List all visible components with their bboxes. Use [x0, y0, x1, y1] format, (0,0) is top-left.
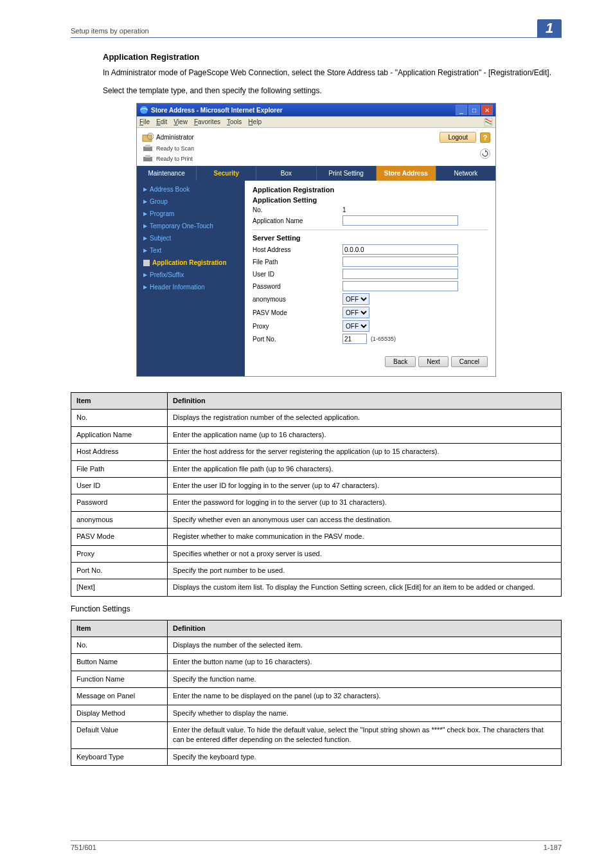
table-item-name: Display Method — [71, 705, 168, 721]
maximize-button[interactable]: □ — [468, 105, 480, 115]
intro-paragraph-1: In Administrator mode of PageScope Web C… — [103, 67, 562, 78]
form-static-value: 1 — [342, 206, 346, 213]
table-row: Default ValueEnter the default value. To… — [71, 722, 562, 749]
input-file-path[interactable] — [342, 257, 458, 267]
sidebar-item-application-registration[interactable]: Application Registration — [137, 257, 245, 269]
table-row: Port No.Specify the port number to be us… — [71, 562, 562, 579]
arrow-icon: ▶ — [143, 235, 147, 241]
refresh-icon[interactable] — [480, 149, 490, 159]
table-item-name: No. — [71, 637, 168, 654]
tab-print-setting[interactable]: Print Setting — [317, 166, 377, 181]
menu-edit[interactable]: Edit — [156, 118, 167, 125]
table-item-name: Message on Panel — [71, 688, 168, 705]
table-item-definition: Enter the application name (up to 16 cha… — [168, 426, 562, 443]
arrow-icon: ▶ — [143, 272, 147, 278]
select-anonymous[interactable]: OFF — [342, 293, 369, 305]
sidebar-item-subject[interactable]: ▶Subject — [137, 232, 245, 244]
sidebar-item-address-book[interactable]: ▶Address Book — [137, 183, 245, 195]
table-item-definition: Displays the registration number of the … — [168, 410, 562, 426]
table-header: Item — [71, 393, 168, 410]
arrow-icon: ▶ — [143, 186, 147, 192]
table-item-definition: Specify the port number to be used. — [168, 562, 562, 579]
sidebar-item-label: Address Book — [150, 186, 190, 193]
tab-maintenance[interactable]: Maintenance — [137, 166, 197, 181]
select-proxy[interactable]: OFF — [342, 320, 369, 332]
arrow-icon: ▶ — [143, 223, 147, 229]
menu-tools[interactable]: Tools — [227, 118, 242, 125]
table-item-definition: Displays the custom item list. To displa… — [168, 579, 562, 596]
form-label: Password — [253, 283, 342, 290]
server-setting-heading: Server Setting — [253, 234, 488, 242]
tab-box[interactable]: Box — [256, 166, 316, 181]
panel-title: Application Registration — [253, 186, 488, 194]
table-item-definition: Enter the user ID for logging in to the … — [168, 477, 562, 494]
table-item-definition: Specifies whether or not a proxy server … — [168, 545, 562, 562]
table-item-definition: Enter the default value. To hide the def… — [168, 722, 562, 749]
next-button[interactable]: Next — [418, 356, 449, 367]
form-row-password: Password — [253, 281, 488, 291]
input-port-no-[interactable] — [342, 334, 367, 344]
table-item-definition: Specify whether to display the name. — [168, 705, 562, 721]
sidebar-item-text[interactable]: ▶Text — [137, 244, 245, 257]
input-user-id[interactable] — [342, 269, 458, 279]
menu-view[interactable]: View — [173, 118, 188, 125]
arrow-icon: ▶ — [143, 199, 147, 204]
sidebar-item-temporary-one-touch[interactable]: ▶Temporary One-Touch — [137, 220, 245, 232]
page-header: Setup items by operation 1 — [71, 19, 562, 38]
close-button[interactable]: ✕ — [481, 105, 493, 115]
ie-icon — [139, 105, 148, 114]
logout-button[interactable]: Logout — [440, 132, 476, 143]
tab-store-address[interactable]: Store Address — [377, 166, 436, 181]
tab-bar: MaintenanceSecurityBoxPrint SettingStore… — [137, 166, 495, 181]
arrow-icon: ▶ — [143, 284, 147, 290]
arrow-icon: ▶ — [143, 248, 147, 253]
table-item-definition: Register whether to make communication i… — [168, 529, 562, 545]
doc-icon — [143, 260, 150, 266]
input-password[interactable] — [342, 281, 458, 291]
table-item-definition: Enter the password for logging in to the… — [168, 494, 562, 511]
sidebar-item-header-information[interactable]: ▶Header Information — [137, 281, 245, 293]
form-row-file-path: File Path — [253, 257, 488, 267]
table-item-name: Proxy — [71, 545, 168, 562]
status-line-1: Ready to Print — [142, 154, 194, 163]
intro-paragraph-2: Select the template type, and then speci… — [103, 85, 562, 96]
form-label: User ID — [253, 271, 342, 278]
menu-favorites[interactable]: Favorites — [194, 118, 220, 125]
chapter-badge: 1 — [537, 19, 562, 37]
menu-file[interactable]: File — [139, 118, 150, 125]
table-item-definition: Enter the name to be displayed on the pa… — [168, 688, 562, 705]
tab-network[interactable]: Network — [436, 166, 495, 181]
form-label: No. — [253, 206, 342, 213]
table-item-definition: Enter the application file path (up to 9… — [168, 460, 562, 477]
table-row: [Next]Displays the custom item list. To … — [71, 579, 562, 596]
sidebar-item-prefix-suffix[interactable]: ▶Prefix/Suffix — [137, 269, 245, 281]
admin-label: Administrator — [156, 134, 194, 141]
form-row-pasv-mode: PASV ModeOFF — [253, 307, 488, 318]
browser-window: Store Address - Microsoft Internet Explo… — [136, 103, 496, 377]
section-title: Application Registration — [103, 52, 562, 62]
minimize-button[interactable]: _ — [456, 105, 467, 115]
table-item-name: Default Value — [71, 722, 168, 749]
cancel-button[interactable]: Cancel — [451, 356, 488, 367]
window-titlebar: Store Address - Microsoft Internet Explo… — [137, 104, 495, 116]
table-item-name: Function Name — [71, 671, 168, 687]
sidebar-item-program[interactable]: ▶Program — [137, 208, 245, 220]
definition-table-1: ItemDefinitionNo.Displays the registrati… — [71, 392, 562, 597]
table-item-definition: Specify whether even an anonymous user c… — [168, 511, 562, 528]
table-row: PasswordEnter the password for logging i… — [71, 494, 562, 511]
back-button[interactable]: Back — [385, 356, 416, 367]
tab-security[interactable]: Security — [197, 166, 256, 181]
input-host-address[interactable] — [342, 244, 458, 255]
input-application-name[interactable] — [342, 215, 458, 226]
table-header: Definition — [168, 620, 562, 637]
table-row: Button NameEnter the button name (up to … — [71, 654, 562, 671]
table-item-definition: Specify the keyboard type. — [168, 748, 562, 765]
help-icon[interactable]: ? — [480, 132, 490, 143]
sidebar-item-label: Subject — [150, 235, 171, 242]
sidebar-item-group[interactable]: ▶Group — [137, 195, 245, 208]
status-line-0: Ready to Scan — [142, 144, 194, 153]
window-title: Store Address - Microsoft Internet Explo… — [151, 107, 456, 114]
select-pasv-mode[interactable]: OFF — [342, 307, 369, 318]
form-label: File Path — [253, 258, 342, 266]
menu-help[interactable]: Help — [248, 118, 262, 125]
